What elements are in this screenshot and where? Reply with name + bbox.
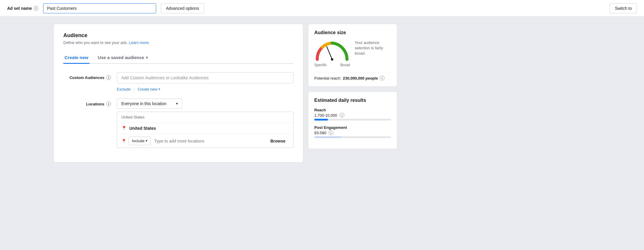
location-search-input[interactable] — [153, 137, 265, 145]
post-engagement-info-icon[interactable]: ℹ — [329, 130, 333, 135]
ad-set-label: Ad set name ℹ — [7, 6, 38, 11]
custom-audiences-control: Add Custom Audiences or Lookalike Audien… — [117, 72, 293, 93]
location-type-pin-icon: 📍 — [121, 139, 126, 143]
locations-label: Locations ℹ — [63, 99, 111, 106]
reach-range: 1,700-10,000 ℹ — [314, 113, 391, 118]
exclude-button[interactable]: Exclude — [117, 86, 131, 93]
browse-button[interactable]: Browse — [267, 137, 289, 145]
tab-saved-audience[interactable]: Use a saved audience ▾ — [97, 52, 149, 64]
right-panel: Audience size — [308, 24, 397, 243]
center-panel: Audience Define who you want to see your… — [54, 24, 303, 243]
audience-title: Audience — [63, 32, 293, 39]
gauge-labels: Specific Broad — [314, 63, 350, 67]
custom-audiences-label: Custom Audiences ℹ — [63, 72, 111, 80]
main-layout: Audience Define who you want to see your… — [0, 17, 644, 250]
custom-audiences-input[interactable]: Add Custom Audiences or Lookalike Audien… — [117, 72, 293, 83]
audiences-actions: Exclude | Create new ▾ — [117, 86, 293, 93]
locations-control: Everyone in this location ▾ United State… — [117, 99, 293, 148]
locations-info-icon[interactable]: ℹ — [106, 102, 111, 106]
location-add-row: 📍 Include ▾ Browse — [117, 134, 293, 148]
learn-more-link[interactable]: Learn more. — [129, 40, 150, 45]
post-engagement-bar-fill — [314, 136, 341, 138]
estimated-daily-title: Estimated daily results — [314, 98, 391, 103]
gauge-description: Your audience selection is fairly broad. — [355, 40, 391, 56]
custom-audiences-row: Custom Audiences ℹ Add Custom Audiences … — [63, 72, 293, 93]
include-select[interactable]: Include ▾ — [129, 137, 151, 145]
location-box: United States 📍 United States 📍 Include … — [117, 112, 293, 148]
location-type-dropdown[interactable]: Everyone in this location ▾ — [117, 99, 182, 109]
ad-set-name-info-icon[interactable]: ℹ — [34, 6, 38, 11]
svg-line-0 — [327, 47, 332, 59]
left-spacer — [7, 24, 49, 243]
advanced-options-button[interactable]: Advanced options — [161, 3, 204, 13]
potential-reach-info-icon[interactable]: ℹ — [380, 76, 384, 80]
potential-reach: Potential reach: 230,000,000 people ℹ — [314, 72, 391, 80]
tabs: Create new Use a saved audience ▾ — [63, 52, 293, 64]
post-engagement-result: Post Engagement 93-580 ℹ — [314, 125, 391, 138]
locations-row: Locations ℹ Everyone in this location ▾ … — [63, 99, 293, 148]
include-chevron-icon: ▾ — [146, 139, 147, 143]
post-engagement-bar — [314, 136, 391, 138]
location-pin-icon: 📍 — [121, 126, 127, 131]
audience-card: Audience Define who you want to see your… — [54, 24, 303, 162]
reach-label: Reach — [314, 108, 391, 112]
custom-audiences-info-icon[interactable]: ℹ — [106, 75, 111, 80]
gauge-container: Specific Broad Your audience selection i… — [314, 40, 391, 67]
create-new-chevron-icon: ▾ — [158, 87, 160, 91]
location-item-us: 📍 United States — [117, 123, 293, 134]
reach-result: Reach 1,700-10,000 ℹ — [314, 108, 391, 121]
saved-audience-chevron-icon: ▾ — [146, 56, 148, 60]
tab-create-new[interactable]: Create new — [63, 52, 89, 64]
gauge-chart — [314, 40, 350, 61]
location-dropdown-chevron-icon: ▾ — [176, 102, 178, 106]
audience-subtitle: Define who you want to see your ads. Lea… — [63, 40, 293, 45]
reach-bar — [314, 119, 391, 121]
create-new-dropdown-button[interactable]: Create new ▾ — [138, 86, 160, 93]
reach-bar-fill — [314, 119, 328, 121]
estimated-daily-card: Estimated daily results Reach 1,700-10,0… — [308, 91, 397, 149]
switch-to-button[interactable]: Switch to — [610, 3, 637, 13]
pipe-divider: | — [133, 87, 134, 91]
audience-size-title: Audience size — [314, 30, 391, 35]
location-box-header: United States — [117, 112, 293, 123]
post-engagement-label: Post Engagement — [314, 125, 391, 130]
ad-set-name-input[interactable] — [43, 3, 156, 13]
post-engagement-range: 93-580 ℹ — [314, 130, 391, 135]
header-bar: Ad set name ℹ Advanced options Switch to — [0, 0, 644, 17]
reach-info-icon[interactable]: ℹ — [340, 113, 344, 118]
audience-size-card: Audience size — [308, 24, 397, 87]
svg-point-1 — [331, 58, 333, 61]
